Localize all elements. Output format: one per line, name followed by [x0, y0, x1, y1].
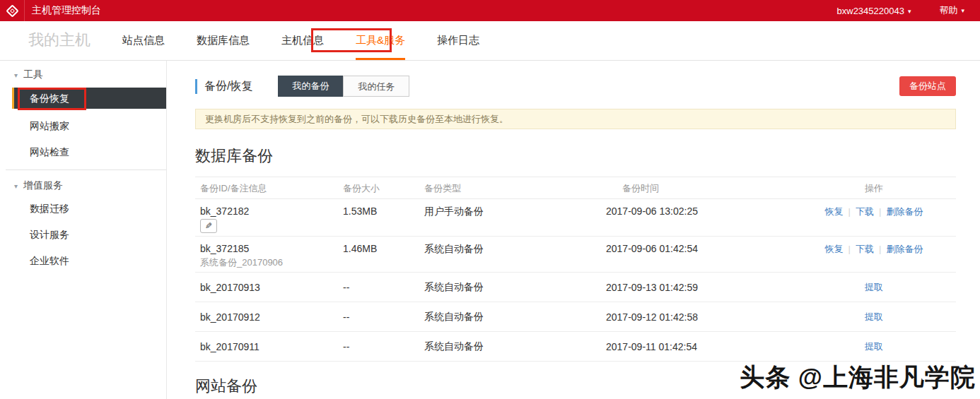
backup-time: 2017-09-11 01:42:54 — [601, 341, 792, 352]
topbar-divider — [24, 0, 25, 21]
panel-header: 备份/恢复 我的备份 我的任务 备份站点 — [195, 76, 956, 97]
sidebar-divider — [6, 169, 166, 170]
sidebar-item-design-service[interactable]: 设计服务 — [0, 222, 166, 248]
backup-id: bk_372185 — [200, 243, 338, 254]
nav-home-title[interactable]: 我的主机 — [28, 21, 91, 60]
restore-link[interactable]: 恢复 — [825, 206, 844, 217]
extract-link[interactable]: 提取 — [865, 282, 883, 292]
tab-tools-services[interactable]: 工具&服务 — [356, 21, 405, 60]
backup-id: bk_20170912 — [195, 311, 338, 323]
backup-time: 2017-09-13 01:42:59 — [601, 282, 792, 293]
backup-type: 系统自动备份 — [419, 241, 601, 256]
page-body: ▾工具 备份恢复 网站搬家 网站检查 ▾增值服务 数据迁移 设计服务 企业软件 … — [0, 61, 980, 399]
separator: | — [879, 206, 881, 217]
download-link[interactable]: 下载 — [856, 206, 874, 217]
sidebar-item-enterprise-software[interactable]: 企业软件 — [0, 248, 166, 274]
col-type: 备份类型 — [419, 177, 601, 199]
triangle-down-icon: ▾ — [14, 71, 18, 79]
backup-id: bk_20170911 — [195, 341, 338, 352]
separator: | — [879, 244, 881, 254]
nav-tabbar: 我的主机 站点信息 数据库信息 主机信息 工具&服务 操作日志 — [0, 21, 980, 61]
edit-note-button[interactable]: ✎ — [200, 219, 217, 233]
triangle-down-icon: ▾ — [14, 182, 18, 190]
watermark-text: 头条 @上海非凡学院 — [740, 361, 976, 394]
sidebar-group-value-added[interactable]: ▾增值服务 — [0, 174, 166, 196]
table-header: 备份ID/备注信息 备份大小 备份类型 备份时间 操作 — [195, 177, 956, 199]
separator: | — [848, 244, 851, 254]
table-row: bk_20170911 -- 系统自动备份 2017-09-11 01:42:5… — [195, 332, 956, 362]
table-row: bk_372185 系统备份_20170906 1.46MB 系统自动备份 20… — [195, 237, 956, 273]
app-logo-icon — [6, 4, 18, 17]
download-link[interactable]: 下载 — [856, 244, 874, 254]
backup-task-toggle: 我的备份 我的任务 — [278, 76, 409, 97]
backup-size: -- — [338, 311, 419, 323]
tab-host-info[interactable]: 主机信息 — [281, 21, 324, 60]
separator: | — [848, 206, 851, 217]
extract-link[interactable]: 提取 — [865, 311, 883, 322]
restore-link[interactable]: 恢复 — [825, 244, 844, 254]
chevron-down-icon: ▾ — [961, 7, 964, 14]
db-backup-heading: 数据库备份 — [195, 145, 956, 167]
backup-site-button[interactable]: 备份站点 — [899, 76, 956, 96]
account-menu[interactable]: bxw2345220043▾ — [837, 6, 911, 16]
sidebar-item-data-migration[interactable]: 数据迁移 — [0, 196, 166, 222]
username: bxw2345220043 — [837, 6, 904, 16]
table-row: bk_372182 ✎ 1.53MB 用户手动备份 2017-09-06 13:… — [195, 199, 956, 237]
main-content: 备份/恢复 我的备份 我的任务 备份站点 更换机房后不支持恢复到之前的备份，可以… — [167, 61, 980, 399]
topbar-right: bxw2345220043▾ 帮助▾ — [837, 4, 980, 17]
backup-time: 2017-09-12 01:42:58 — [601, 311, 792, 323]
backup-time: 2017-09-06 13:02:25 — [601, 203, 792, 217]
col-id: 备份ID/备注信息 — [195, 177, 338, 199]
backup-size: 1.46MB — [338, 241, 419, 254]
topbar: 主机管理控制台 bxw2345220043▾ 帮助▾ — [0, 0, 980, 21]
table-row: bk_20170913 -- 系统自动备份 2017-09-13 01:42:5… — [195, 273, 956, 302]
my-backups-button[interactable]: 我的备份 — [278, 76, 343, 97]
backup-note: 系统备份_20170906 — [200, 256, 338, 269]
help-label: 帮助 — [939, 5, 957, 16]
backup-size: 1.53MB — [338, 203, 419, 217]
backup-time: 2017-09-06 01:42:54 — [601, 241, 792, 254]
panel-title: 备份/恢复 — [195, 79, 252, 94]
extract-link[interactable]: 提取 — [865, 341, 883, 352]
col-actions: 操作 — [792, 177, 956, 199]
backup-id: bk_20170913 — [195, 282, 338, 293]
tab-operation-log[interactable]: 操作日志 — [437, 21, 479, 60]
sidebar: ▾工具 备份恢复 网站搬家 网站检查 ▾增值服务 数据迁移 设计服务 企业软件 — [0, 61, 167, 399]
group-title-label: 工具 — [23, 69, 43, 80]
col-time: 备份时间 — [601, 177, 792, 199]
sidebar-item-site-move[interactable]: 网站搬家 — [0, 113, 166, 139]
backup-type: 系统自动备份 — [419, 311, 601, 323]
sidebar-group-tools[interactable]: ▾工具 — [0, 64, 166, 85]
pencil-icon: ✎ — [205, 220, 212, 232]
group-title-label: 增值服务 — [23, 179, 63, 191]
backup-id: bk_372182 — [200, 206, 338, 217]
backup-size: -- — [338, 341, 419, 352]
delete-backup-link[interactable]: 删除备份 — [886, 206, 923, 217]
backup-type: 系统自动备份 — [419, 340, 601, 353]
app-title: 主机管理控制台 — [32, 4, 101, 17]
help-menu[interactable]: 帮助▾ — [939, 4, 964, 17]
tab-database-info[interactable]: 数据库信息 — [197, 21, 250, 60]
col-size: 备份大小 — [338, 177, 419, 199]
my-tasks-button[interactable]: 我的任务 — [343, 76, 409, 97]
table-row: bk_20170912 -- 系统自动备份 2017-09-12 01:42:5… — [195, 302, 956, 332]
chevron-down-icon: ▾ — [908, 8, 911, 15]
delete-backup-link[interactable]: 删除备份 — [886, 244, 923, 254]
notice-banner: 更换机房后不支持恢复到之前的备份，可以下载历史备份至本地进行恢复。 — [195, 109, 956, 129]
backup-size: -- — [338, 282, 419, 293]
tab-site-info[interactable]: 站点信息 — [122, 21, 165, 60]
sidebar-item-backup-restore[interactable]: 备份恢复 — [12, 88, 166, 109]
backup-type: 用户手动备份 — [419, 203, 601, 218]
backup-type: 系统自动备份 — [419, 281, 601, 294]
sidebar-item-site-check[interactable]: 网站检查 — [0, 139, 166, 165]
app-logo — [0, 6, 24, 16]
